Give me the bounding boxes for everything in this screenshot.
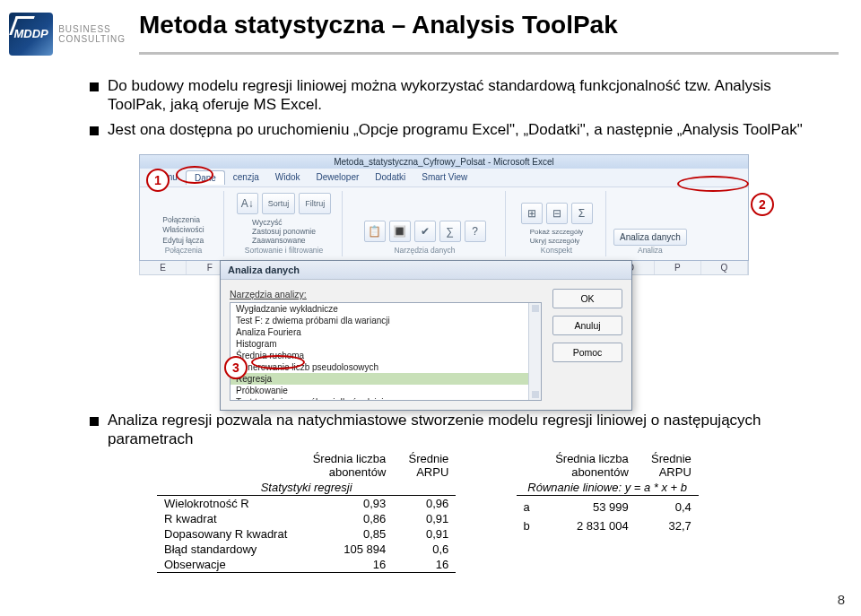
marker-3-ring [251, 355, 305, 369]
group-analysis: Analiza danych Analiza [608, 191, 692, 256]
group-label-connections: Połączenia [165, 246, 203, 255]
bullet-2: Jest ona dostępna po uruchomieniu „Opcje… [90, 120, 825, 139]
btn-polaczenia[interactable]: Połączenia [162, 215, 204, 225]
tl-r2-v2: 0,91 [393, 526, 456, 542]
group-label-sort: Sortowanie i filtrowanie [245, 246, 323, 255]
tab-smartview[interactable]: Smart View [413, 170, 475, 185]
bullet-1-text: Do budowy modelu regresji liniowej można… [108, 76, 825, 115]
validation-icon[interactable]: ✔ [414, 221, 436, 242]
marker-1: 1 [146, 169, 170, 192]
tl-r3-v1: 105 894 [294, 542, 393, 557]
marker-1-ring [176, 166, 213, 184]
list-item[interactable]: Test t: z dwiema próbami dla średniej [230, 396, 541, 401]
table-right: Średnia liczba abonentów Średnie ARPU Ró… [517, 451, 699, 534]
marker-2-ring [677, 176, 749, 192]
btn-edytuj[interactable]: Edytuj łącza [162, 236, 204, 246]
consolidate-icon[interactable]: ∑ [439, 221, 461, 242]
list-item[interactable]: Próbkowanie [230, 385, 541, 396]
text-to-cols-icon[interactable]: 📋 [364, 221, 386, 242]
bullet-3-text: Analiza regresji pozwala na natychmiasto… [108, 411, 825, 449]
tr-h1: Średnia liczba abonentów [537, 451, 636, 480]
ribbon-body: Połączenia Właściwości Edytuj łącza Połą… [140, 187, 748, 260]
btn-wlasciwosci[interactable]: Właściwości [162, 225, 204, 235]
help-button[interactable]: Pomoc [552, 343, 622, 362]
filter-button[interactable]: Filtruj [299, 193, 331, 214]
marker-2: 2 [751, 193, 774, 216]
logo-text: BUSINESS CONSULTING [58, 24, 126, 44]
tr-section: Równanie liniowe: y = a * x + b [517, 480, 699, 496]
tl-r1-v2: 0,91 [393, 511, 456, 526]
subtotal-icon[interactable]: Σ [571, 203, 593, 224]
tr-h2: Średnie ARPU [636, 451, 699, 480]
group-icon[interactable]: ⊞ [521, 203, 543, 224]
bullet-square-icon [90, 82, 99, 91]
logo-line1: BUSINESS [58, 24, 126, 34]
tl-h2: Średnie ARPU [393, 451, 456, 480]
tl-r4-v2: 16 [393, 557, 456, 573]
tr-r0-l: a [517, 499, 537, 515]
bullet-square-icon [90, 417, 99, 426]
remove-dup-icon[interactable]: 🔳 [389, 221, 411, 242]
logo: MDDP BUSINESS CONSULTING [9, 9, 126, 58]
intro-text: Do budowy modelu regresji liniowej można… [90, 76, 825, 144]
col-q[interactable]: Q [701, 261, 748, 274]
ribbon-tabs: Formu Dane cenzja Widok Deweloper Dodatk… [140, 169, 748, 187]
logo-line2: CONSULTING [58, 34, 126, 44]
btn-clear[interactable]: Wyczyść [252, 218, 316, 227]
btn-advanced[interactable]: Zaawansowane [252, 236, 316, 245]
tr-r1-v2: 32,7 [636, 518, 699, 534]
group-sort: A↓ Sortuj Filtruj Wyczyść Zastosuj ponow… [226, 191, 343, 256]
table-left: Średnia liczba abonentów Średnie ARPU St… [157, 451, 456, 573]
logo-abbr: MDDP [13, 27, 48, 40]
logo-mark: MDDP [9, 13, 53, 56]
tr-r1-v1: 2 831 004 [537, 518, 636, 534]
page-title: Metoda statystyczna – Analysis ToolPak [139, 11, 618, 39]
tr-r0-v1: 53 999 [537, 499, 636, 515]
tl-r3-v2: 0,6 [393, 542, 456, 557]
list-item-selected[interactable]: Regresja [230, 373, 541, 385]
listbox-scrollbar[interactable] [528, 303, 541, 400]
tr-r1-l: b [517, 518, 537, 534]
dialog-title: Analiza danych [221, 261, 631, 280]
whatif-icon[interactable]: ? [465, 221, 486, 242]
group-tools: 📋 🔳 ✔ ∑ ? Narzędzia danych [344, 191, 506, 256]
tl-r4-v1: 16 [294, 557, 393, 573]
tl-r3-l: Błąd standardowy [157, 542, 294, 557]
analiza-danych-button[interactable]: Analiza danych [613, 229, 687, 246]
tl-r4-l: Obserwacje [157, 557, 294, 573]
tl-section: Statystyki regresji [157, 480, 456, 496]
analysis-dialog: Analiza danych Narzędzia analizy: Wygład… [220, 260, 632, 411]
list-item[interactable]: Histogram [230, 338, 541, 350]
ungroup-icon[interactable]: ⊟ [546, 203, 568, 224]
group-connections: Połączenia Właściwości Edytuj łącza Połą… [144, 191, 224, 256]
sort-button[interactable]: Sortuj [262, 193, 296, 214]
sort-icon[interactable]: A↓ [237, 193, 258, 214]
excel-screenshot: Metoda_statystyczna_Cyfrowy_Polsat - Mic… [139, 154, 749, 275]
bullet-3-block: Analiza regresji pozwala na natychmiasto… [90, 411, 825, 455]
col-e[interactable]: E [140, 261, 187, 274]
list-item[interactable]: Test F: z dwiema próbami dla wariancji [230, 315, 541, 326]
analysis-listbox[interactable]: Wygładzanie wykładnicze Test F: z dwiema… [230, 302, 542, 401]
hide-detail[interactable]: Ukryj szczegóły [530, 237, 584, 246]
tl-r0-v1: 0,93 [294, 496, 393, 512]
regression-tables: Średnia liczba abonentów Średnie ARPU St… [157, 451, 785, 573]
tab-deweloper[interactable]: Deweloper [309, 170, 368, 185]
excel-window-title: Metoda_statystyczna_Cyfrowy_Polsat - Mic… [140, 155, 748, 169]
show-detail[interactable]: Pokaż szczegóły [530, 228, 584, 237]
bullet-2-text: Jest ona dostępna po uruchomieniu „Opcje… [108, 120, 803, 139]
page-number: 8 [838, 592, 845, 607]
group-label-tools: Narzędzia danych [394, 246, 455, 255]
bullet-1: Do budowy modelu regresji liniowej można… [90, 76, 825, 115]
group-outline: ⊞ ⊟ Σ Pokaż szczegóły Ukryj szczegóły Ko… [508, 191, 606, 256]
btn-reapply[interactable]: Zastosuj ponownie [252, 227, 316, 236]
ok-button[interactable]: OK [552, 289, 622, 308]
tab-recenzja[interactable]: cenzja [225, 170, 267, 185]
tab-dodatki[interactable]: Dodatki [367, 170, 413, 185]
col-p[interactable]: P [655, 261, 701, 274]
tl-r2-v1: 0,85 [294, 526, 393, 542]
cancel-button[interactable]: Anuluj [552, 316, 622, 335]
list-item[interactable]: Analiza Fouriera [230, 326, 541, 338]
tr-r0-v2: 0,4 [636, 499, 699, 515]
list-item[interactable]: Wygładzanie wykładnicze [230, 303, 541, 315]
tab-widok[interactable]: Widok [267, 170, 309, 185]
